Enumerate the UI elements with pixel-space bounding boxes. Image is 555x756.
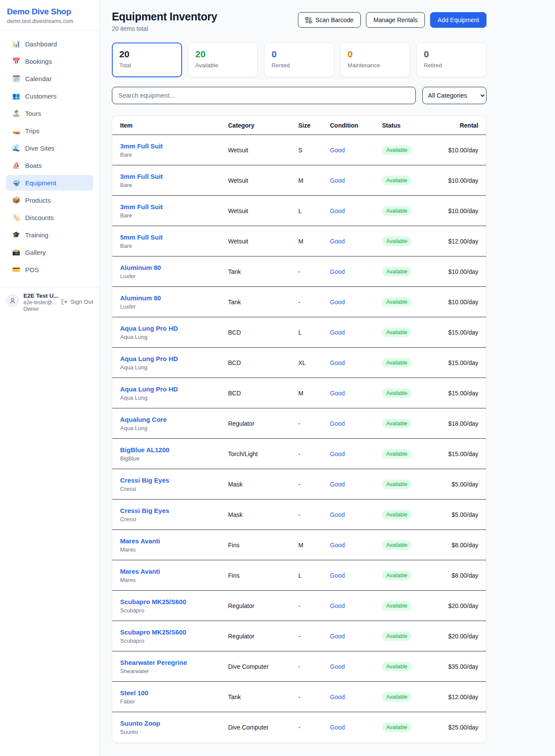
item-condition-link[interactable]: Good — [330, 147, 382, 154]
sidebar-item-products[interactable]: 📦 Products — [6, 192, 93, 208]
item-rental-rate: $10.00/day — [447, 268, 478, 275]
table-row[interactable]: Aqualung Core Aqua Lung Regulator - Good… — [112, 408, 486, 439]
table-row[interactable]: Mares Avanti Mares Fins L Good Available… — [112, 560, 486, 591]
sidebar-item-tours[interactable]: 🏝️ Tours — [6, 105, 93, 121]
sign-out-button[interactable]: Sign Out — [61, 299, 93, 305]
item-name-link[interactable]: Aqua Lung Pro HD — [120, 325, 228, 332]
sidebar-item-trips[interactable]: 🚤 Trips — [6, 123, 93, 138]
table-row[interactable]: Aqua Lung Pro HD Aqua Lung BCD L Good Av… — [112, 317, 486, 348]
sidebar-item-dive-sites[interactable]: 🌊 Dive Sites — [6, 140, 93, 156]
item-name-link[interactable]: Aqua Lung Pro HD — [120, 385, 228, 393]
item-condition-link[interactable]: Good — [330, 420, 382, 427]
item-condition-link[interactable]: Good — [330, 511, 382, 518]
sidebar-item-dashboard[interactable]: 📊 Dashboard — [6, 36, 93, 52]
item-name-link[interactable]: Scubapro MK25/S600 — [120, 598, 228, 605]
table-body: 3mm Full Suit Bare Wetsuit S Good Availa… — [112, 135, 486, 743]
item-size: L — [298, 572, 330, 579]
table-row[interactable]: 5mm Full Suit Bare Wetsuit M Good Availa… — [112, 226, 486, 256]
item-condition-link[interactable]: Good — [330, 359, 382, 366]
item-name-link[interactable]: 3mm Full Suit — [120, 203, 228, 210]
table-row[interactable]: 3mm Full Suit Bare Wetsuit L Good Availa… — [112, 196, 486, 226]
stat-card-total[interactable]: 20 Total — [112, 43, 182, 77]
stat-label: Maintenance — [348, 62, 403, 69]
item-name-link[interactable]: Shearwater Peregrine — [120, 659, 228, 666]
sidebar-item-calendar[interactable]: 🗓️ Calendar — [6, 71, 93, 86]
item-name-link[interactable]: 3mm Full Suit — [120, 142, 228, 150]
table-row[interactable]: Steel 100 Faber Tank - Good Available $1… — [112, 682, 486, 712]
item-condition-link[interactable]: Good — [330, 268, 382, 275]
item-condition-link[interactable]: Good — [330, 481, 382, 488]
sidebar-item-customers[interactable]: 👥 Customers — [6, 88, 93, 104]
item-name-link[interactable]: Scubapro MK25/S600 — [120, 628, 228, 636]
table-row[interactable]: Cressi Big Eyes Cressi Mask - Good Avail… — [112, 500, 486, 530]
item-name-link[interactable]: Mares Avanti — [120, 537, 228, 545]
table-row[interactable]: Aluminum 80 Luxfer Tank - Good Available… — [112, 287, 486, 317]
add-equipment-button[interactable]: Add Equipment — [430, 12, 486, 28]
item-name-link[interactable]: Cressi Big Eyes — [120, 507, 228, 514]
person-icon — [9, 297, 16, 304]
stat-card-rented[interactable]: 0 Rented — [264, 43, 334, 77]
table-row[interactable]: Suunto Zoop Suunto Dive Computer - Good … — [112, 712, 486, 743]
item-name-link[interactable]: Aluminum 80 — [120, 294, 228, 302]
item-rental-rate: $8.00/day — [447, 542, 478, 549]
item-name-link[interactable]: Suunto Zoop — [120, 720, 228, 727]
table-row[interactable]: Cressi Big Eyes Cressi Mask - Good Avail… — [112, 469, 486, 500]
item-condition-link[interactable]: Good — [330, 329, 382, 336]
sidebar-item-equipment[interactable]: 🤿 Equipment — [6, 175, 93, 191]
table-row[interactable]: 3mm Full Suit Bare Wetsuit S Good Availa… — [112, 135, 486, 165]
table-row[interactable]: Scubapro MK25/S600 Scubapro Regulator - … — [112, 591, 486, 621]
item-condition-link[interactable]: Good — [330, 663, 382, 670]
main-content: Equipment Inventory 20 items total — [100, 0, 555, 756]
table-row[interactable]: Mares Avanti Mares Fins M Good Available… — [112, 530, 486, 560]
item-condition-link[interactable]: Good — [330, 633, 382, 640]
item-name-link[interactable]: BigBlue AL1200 — [120, 446, 228, 454]
item-name-link[interactable]: 5mm Full Suit — [120, 233, 228, 241]
item-category: BCD — [228, 390, 298, 397]
table-row[interactable]: Aqua Lung Pro HD Aqua Lung BCD XL Good A… — [112, 348, 486, 378]
item-condition-link[interactable]: Good — [330, 572, 382, 579]
search-input[interactable] — [112, 87, 416, 104]
table-row[interactable]: Aqua Lung Pro HD Aqua Lung BCD M Good Av… — [112, 378, 486, 408]
item-category: Tank — [228, 268, 298, 275]
sidebar-item-training[interactable]: 🎓 Training — [6, 227, 93, 243]
item-condition-link[interactable]: Good — [330, 724, 382, 731]
item-name-link[interactable]: Aqualung Core — [120, 416, 228, 423]
column-header-status: Status — [382, 122, 447, 129]
item-condition-link[interactable]: Good — [330, 450, 382, 457]
item-condition-link[interactable]: Good — [330, 299, 382, 306]
item-name-link[interactable]: Cressi Big Eyes — [120, 477, 228, 484]
add-equipment-label: Add Equipment — [437, 16, 479, 23]
item-rental-rate: $10.00/day — [447, 207, 478, 214]
item-rental-rate: $15.00/day — [447, 450, 478, 457]
item-name-link[interactable]: Aluminum 80 — [120, 264, 228, 271]
item-condition-link[interactable]: Good — [330, 602, 382, 609]
table-row[interactable]: BigBlue AL1200 BigBlue Torch/Light - Goo… — [112, 439, 486, 469]
item-name-link[interactable]: Aqua Lung Pro HD — [120, 355, 228, 362]
sidebar-item-boats[interactable]: ⛵ Boats — [6, 158, 93, 173]
sidebar-item-pos[interactable]: 💳 POS — [6, 262, 93, 277]
stat-card-available[interactable]: 20 Available — [188, 43, 258, 77]
table-row[interactable]: 3mm Full Suit Bare Wetsuit M Good Availa… — [112, 165, 486, 196]
item-condition-link[interactable]: Good — [330, 207, 382, 214]
item-condition-link[interactable]: Good — [330, 238, 382, 245]
item-name-link[interactable]: Mares Avanti — [120, 568, 228, 575]
stat-card-retired[interactable]: 0 Retired — [416, 43, 486, 77]
category-select[interactable]: All Categories — [422, 87, 486, 104]
item-condition-link[interactable]: Good — [330, 177, 382, 184]
table-row[interactable]: Scubapro MK25/S600 Scubapro Regulator - … — [112, 621, 486, 651]
item-name-link[interactable]: Steel 100 — [120, 689, 228, 697]
sidebar-item-discounts[interactable]: 🏷️ Discounts — [6, 210, 93, 225]
table-row[interactable]: Aluminum 80 Luxfer Tank - Good Available… — [112, 256, 486, 287]
item-category: Mask — [228, 481, 298, 488]
sidebar-item-bookings[interactable]: 📅 Bookings — [6, 53, 93, 69]
item-condition-link[interactable]: Good — [330, 694, 382, 700]
table-row[interactable]: Shearwater Peregrine Shearwater Dive Com… — [112, 651, 486, 682]
item-name-link[interactable]: 3mm Full Suit — [120, 173, 228, 180]
item-category: BCD — [228, 359, 298, 366]
item-condition-link[interactable]: Good — [330, 390, 382, 397]
item-condition-link[interactable]: Good — [330, 542, 382, 549]
sidebar-item-gallery[interactable]: 📸 Gallery — [6, 244, 93, 260]
manage-rentals-button[interactable]: Manage Rentals — [366, 12, 425, 28]
stat-card-maintenance[interactable]: 0 Maintenance — [340, 43, 411, 77]
scan-barcode-button[interactable]: Scan Barcode — [298, 12, 361, 28]
